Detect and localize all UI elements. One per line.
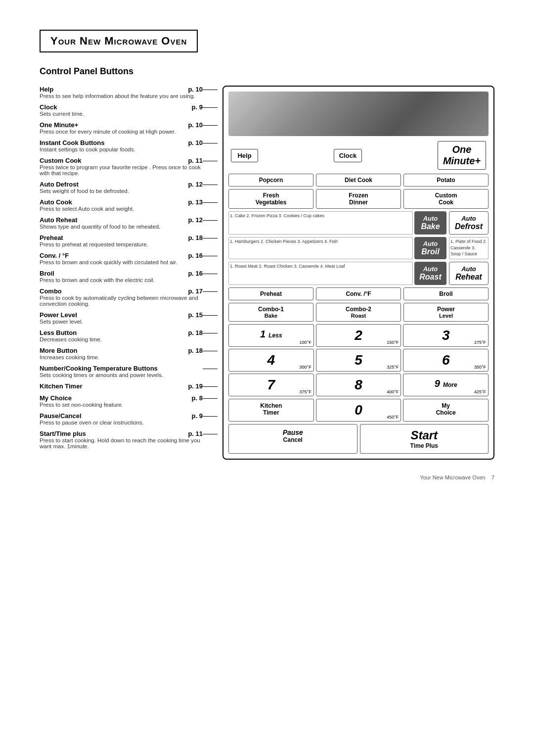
potato-button[interactable]: Potato xyxy=(403,174,489,187)
broil-list: 1. Hamburgers 2. Chicken Pieces 3. Appet… xyxy=(228,237,413,259)
broil-button[interactable]: Broil xyxy=(403,287,489,300)
num8-temp: 400°F xyxy=(387,389,399,394)
label-pause-cancel-desc: Press to pause oven or clear instruction… xyxy=(40,420,203,425)
power-level-connector xyxy=(203,315,218,316)
label-more-button-name: More Button xyxy=(40,347,78,354)
num4-button[interactable]: 4 300°F xyxy=(228,349,314,372)
number-grid: 1 Less 100°F 2 150°F 3 275°F 4 300°F xyxy=(228,324,489,396)
combo-power-row: Combo-1 Bake Combo-2 Roast Power Level xyxy=(228,303,489,322)
popcorn-button[interactable]: Popcorn xyxy=(228,174,313,187)
num1-temp: 100°F xyxy=(300,340,312,345)
label-one-minute: One Minute+ p. 10 Press once for every m… xyxy=(40,121,218,135)
label-my-choice: My Choice p. 8 Press to set non-cooking … xyxy=(40,394,218,408)
num8-button[interactable]: 8 400°F xyxy=(316,374,401,396)
label-my-choice-page: p. 8 xyxy=(192,394,203,402)
num2-value: 2 xyxy=(355,328,362,343)
diet-cook-button[interactable]: Diet Cook xyxy=(316,174,401,187)
num0-button[interactable]: 0 450°F xyxy=(316,399,401,422)
auto-roast-button[interactable]: Auto Roast xyxy=(414,262,446,285)
label-instant-cook-page: p. 10 xyxy=(188,139,203,146)
label-number-buttons: Number/Cooking Temperature Buttons Sets … xyxy=(40,365,218,378)
custom-cook-label2: Cook xyxy=(406,199,486,206)
frozen-dinner-button[interactable]: Frozen Dinner xyxy=(316,189,401,209)
start-label: Start xyxy=(364,428,485,442)
auto-defrost-label1: Auto xyxy=(461,215,476,222)
num7-temp: 375°F xyxy=(300,389,312,394)
num9-button[interactable]: 9 More 425°F xyxy=(403,374,489,396)
clock-button[interactable]: Clock xyxy=(334,149,362,162)
num7-button[interactable]: 7 375°F xyxy=(228,374,314,396)
auto-defrost-button[interactable]: Auto Defrost xyxy=(449,211,489,235)
power-level-button[interactable]: Power Level xyxy=(403,303,489,322)
label-clock-block: Clock p. 9 Sets current time. xyxy=(40,103,203,117)
start-time-connector xyxy=(203,434,218,434)
num8-value: 8 xyxy=(355,377,362,392)
auto-roast-group: 1. Roast Meat 2. Roast Chicken 3. Casser… xyxy=(228,262,446,285)
label-auto-reheat-name: Auto Reheat xyxy=(40,216,78,224)
num9-temp: 425°F xyxy=(474,389,486,394)
start-button[interactable]: Start Time Plus xyxy=(360,424,489,454)
label-help-block: Help p. 10 Press to see help information… xyxy=(40,86,203,99)
num6-button[interactable]: 6 350°F xyxy=(403,349,489,372)
broil-connector xyxy=(203,274,218,274)
display-screen xyxy=(228,92,489,136)
preheat-button[interactable]: Preheat xyxy=(228,287,313,300)
label-instant-cook-desc: Instant settings to cook popular foods. xyxy=(40,146,203,152)
combo1-label: Combo-1 xyxy=(231,306,311,313)
num1-button[interactable]: 1 Less 100°F xyxy=(228,324,314,347)
auto-broil-label1: Auto xyxy=(423,240,438,247)
pause-cancel-button[interactable]: Pause Cancel xyxy=(228,424,357,454)
auto-roast-label2: Roast xyxy=(419,273,441,282)
label-auto-cook: Auto Cook p. 13 Press to select Auto coo… xyxy=(40,198,218,212)
label-preheat-desc: Press to preheat at requested temperatur… xyxy=(40,241,203,247)
label-broil-page: p. 16 xyxy=(188,270,203,277)
num2-button[interactable]: 2 150°F xyxy=(316,324,401,347)
fresh-vegetables-button[interactable]: Fresh Vegetables xyxy=(228,189,313,209)
my-choice-button[interactable]: My Choice xyxy=(403,399,489,422)
auto-broil-group: 1. Hamburgers 2. Chicken Pieces 3. Appet… xyxy=(228,237,446,259)
auto-broil-button[interactable]: Auto Broil xyxy=(414,237,446,259)
label-power-level-name: Power Level xyxy=(40,311,77,319)
my-choice-connector xyxy=(203,398,218,399)
auto-bake-label1: Auto xyxy=(423,215,438,222)
auto-bake-button[interactable]: Auto Bake xyxy=(414,211,446,235)
label-power-level-desc: Sets power level. xyxy=(40,319,203,325)
left-column: Help p. 10 Press to see help information… xyxy=(40,86,222,460)
label-combo: Combo p. 17 Press to cook by automatical… xyxy=(40,287,218,307)
conv-button[interactable]: Conv. /°F xyxy=(316,287,401,300)
page: Your New Microwave Oven Control Panel Bu… xyxy=(0,0,534,510)
combo1-button[interactable]: Combo-1 Bake xyxy=(228,303,313,322)
label-auto-reheat-page: p. 12 xyxy=(188,216,203,224)
auto-cook-connector xyxy=(203,202,218,203)
auto-bake-group: 1. Cake 2. Frozen Pizza 3. Cookies / Cup… xyxy=(228,211,446,235)
num5-button[interactable]: 5 325°F xyxy=(316,349,401,372)
combo1-sub: Bake xyxy=(231,313,311,319)
label-less-button-desc: Decreases cooking time. xyxy=(40,336,203,342)
label-start-time-page: p. 11 xyxy=(188,430,203,437)
label-number-buttons-desc: Sets cooking times or amounts and power … xyxy=(40,372,203,378)
kitchen-timer-button[interactable]: Kitchen Timer xyxy=(228,399,314,422)
num3-value: 3 xyxy=(442,328,450,343)
label-custom-cook-name: Custom Cook xyxy=(40,157,82,164)
auto-reheat-label1: Auto xyxy=(461,265,476,273)
auto-broil-row: 1. Hamburgers 2. Chicken Pieces 3. Appet… xyxy=(228,237,489,259)
label-clock: Clock p. 9 Sets current time. xyxy=(40,103,218,117)
label-kitchen-timer-page: p. 19 xyxy=(188,382,203,390)
num3-button[interactable]: 3 275°F xyxy=(403,324,489,347)
reheat-side-list: 1. Plate of Food 2. Casserole 3. Soup / … xyxy=(449,237,489,259)
custom-cook-label1: Custom xyxy=(406,192,486,199)
one-minute-button[interactable]: OneMinute+ xyxy=(438,141,486,170)
preheat-connector xyxy=(203,238,218,238)
content-area: Help p. 10 Press to see help information… xyxy=(40,86,494,460)
fresh-veg-label1: Fresh xyxy=(231,192,311,199)
auto-reheat-button[interactable]: Auto Reheat xyxy=(449,262,489,285)
auto-defrost-connector xyxy=(203,185,218,185)
label-less-button-name: Less Button xyxy=(40,329,77,336)
label-pause-cancel-name: Pause/Cancel xyxy=(40,412,82,420)
custom-cook-button[interactable]: Custom Cook xyxy=(403,189,489,209)
help-button[interactable]: Help xyxy=(231,149,258,162)
help-connector xyxy=(203,90,218,90)
label-more-button-desc: Increases cooking time. xyxy=(40,354,203,360)
label-auto-cook-name: Auto Cook xyxy=(40,198,72,206)
combo2-button[interactable]: Combo-2 Roast xyxy=(316,303,401,322)
